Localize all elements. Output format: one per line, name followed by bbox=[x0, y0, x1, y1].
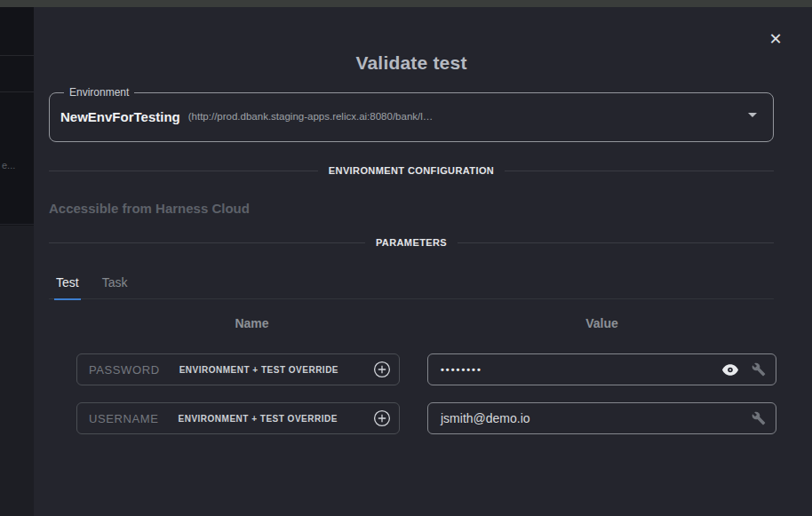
param-name-password: PASSWORD ENVIRONMENT + TEST OVERRIDE bbox=[76, 353, 400, 385]
value-column-header: Value bbox=[427, 316, 776, 330]
modal-content: Validate test Environment NewEnvForTesti… bbox=[49, 7, 774, 516]
validate-test-modal: ✕ Validate test Environment NewEnvForTes… bbox=[34, 7, 812, 516]
parameters-heading: PARAMETERS bbox=[376, 237, 447, 248]
wrench-icon[interactable] bbox=[752, 411, 766, 425]
username-value[interactable]: jsmith@demo.io bbox=[441, 411, 530, 425]
password-value[interactable]: •••••••• bbox=[441, 364, 482, 375]
param-name-label: PASSWORD bbox=[89, 363, 160, 377]
background-divider bbox=[0, 55, 34, 56]
show-password-eye-icon[interactable] bbox=[722, 364, 738, 376]
parameters-divider: PARAMETERS bbox=[49, 237, 774, 248]
plus-circle-icon bbox=[373, 361, 391, 378]
add-override-button[interactable] bbox=[373, 409, 391, 427]
parameter-tabs: Test Task bbox=[49, 267, 774, 299]
tab-test[interactable]: Test bbox=[54, 267, 81, 300]
param-override-badge: ENVIRONMENT + TEST OVERRIDE bbox=[179, 365, 338, 375]
environment-configuration-heading: ENVIRONMENT CONFIGURATION bbox=[329, 165, 494, 176]
divider-line bbox=[49, 242, 365, 243]
param-override-badge: ENVIRONMENT + TEST OVERRIDE bbox=[178, 414, 337, 424]
background-sidebar-top bbox=[0, 7, 34, 225]
environment-select-label: Environment bbox=[64, 86, 134, 99]
environment-configuration-divider: ENVIRONMENT CONFIGURATION bbox=[49, 165, 774, 176]
chevron-down-icon[interactable] bbox=[748, 113, 757, 117]
environment-selected-option[interactable]: NewEnvForTesting (http://prod.dbank.stag… bbox=[60, 99, 762, 134]
harness-cloud-note: Accessible from Harness Cloud bbox=[49, 201, 250, 216]
environment-url: (http://prod.dbank.staging-apps.relicx.a… bbox=[188, 111, 434, 122]
param-name-username: USERNAME ENVIRONMENT + TEST OVERRIDE bbox=[76, 402, 400, 434]
param-name-label: USERNAME bbox=[89, 412, 158, 425]
divider-line bbox=[49, 171, 318, 171]
param-value-username[interactable]: jsmith@demo.io bbox=[427, 402, 776, 434]
add-override-button[interactable] bbox=[373, 361, 391, 378]
background-sidebar-bottom bbox=[0, 226, 34, 516]
wrench-icon[interactable] bbox=[752, 362, 766, 377]
name-column-header: Name bbox=[76, 316, 427, 330]
tab-task[interactable]: Task bbox=[100, 267, 130, 298]
top-chrome-bar bbox=[0, 0, 812, 7]
background-partial-text: e... bbox=[2, 160, 15, 171]
dimmed-background-panel: e... bbox=[0, 7, 34, 516]
modal-title: Validate test bbox=[49, 52, 774, 74]
environment-name: NewEnvForTesting bbox=[60, 109, 180, 124]
divider-line bbox=[505, 171, 774, 171]
param-value-password[interactable]: •••••••• bbox=[427, 353, 776, 385]
background-divider bbox=[0, 91, 34, 92]
environment-select[interactable]: Environment NewEnvForTesting (http://pro… bbox=[49, 86, 774, 142]
divider-line bbox=[458, 242, 774, 243]
plus-circle-icon bbox=[373, 409, 391, 427]
